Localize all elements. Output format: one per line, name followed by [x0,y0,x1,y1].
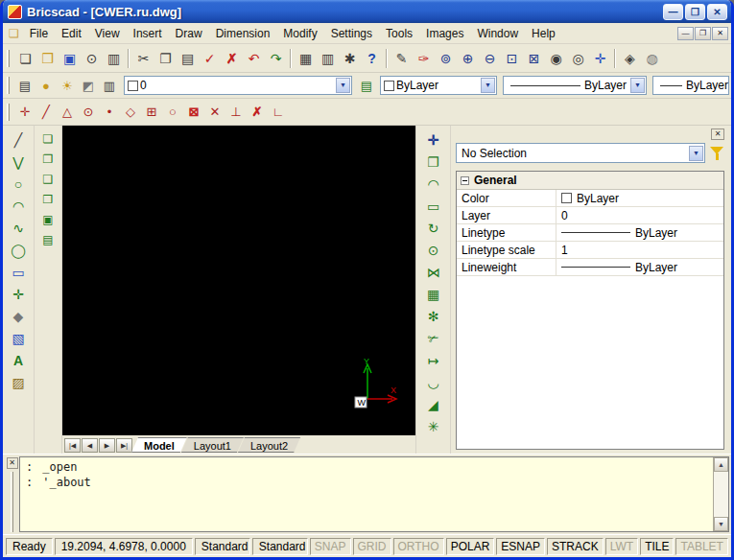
toggle-snap[interactable]: SNAP [310,538,351,555]
copy-button[interactable]: ❐ [154,48,177,69]
lineweight-combobox[interactable]: ByLayer [652,76,729,95]
draw-spline-button[interactable]: ∿ [8,218,30,239]
toggle-tile[interactable]: TILE [640,538,674,555]
menu-file[interactable]: File [23,25,55,42]
chevron-down-icon[interactable]: ▼ [689,146,703,161]
snap-perpendicular-button[interactable]: ⊥ [225,103,247,122]
scrollbar-track[interactable] [714,472,728,517]
menu-modify[interactable]: Modify [276,25,323,42]
draw-arc-button[interactable]: ◠ [8,196,30,217]
layer-freeze-button[interactable]: ☀ [57,76,78,95]
toggle-strack[interactable]: STRACK [547,538,604,555]
drawing-canvas[interactable]: Y X W [62,126,415,435]
chevron-down-icon[interactable]: ▼ [481,78,495,93]
layer-print-button[interactable]: ▥ [99,76,120,95]
tab-layout2[interactable]: Layout2 [238,437,300,453]
draw-text-button[interactable]: A [8,350,30,371]
stretch-button[interactable]: ▭ [422,196,444,217]
scale-button[interactable]: ⊙ [422,240,444,261]
properties-titlebar[interactable]: ✕ [456,128,724,140]
open-file-button[interactable]: ❒ [36,48,59,69]
menu-help[interactable]: Help [525,25,562,42]
snap-none-button[interactable]: ⊠ [183,103,204,122]
draw-polygon-button[interactable]: ◆ [8,306,30,327]
command-scrollbar[interactable]: ▲ ▼ [713,457,728,531]
toggle-tablet[interactable]: TABLET [675,538,727,555]
entity-properties-button[interactable]: ▦ [295,48,317,69]
toggle-lwt[interactable]: LWT [605,538,638,555]
trim-button[interactable]: ✃ [422,328,444,349]
snap-from-button[interactable]: ∟ [268,103,289,122]
zoom-window-button[interactable]: ⊡ [501,48,523,69]
bring-above-button[interactable]: ❑ [38,170,58,189]
color-combobox[interactable]: ByLayer ▼ [380,76,497,95]
command-window-grip[interactable]: ✕ [5,456,19,532]
menu-tools[interactable]: Tools [379,25,419,42]
menu-edit[interactable]: Edit [55,25,88,42]
chevron-down-icon[interactable]: ▼ [630,78,645,93]
property-value[interactable]: 1 [556,242,723,258]
save-button[interactable]: ▣ [59,48,81,69]
property-value[interactable]: ByLayer [556,224,723,241]
scroll-up-icon[interactable]: ▲ [714,457,728,472]
collapse-icon[interactable] [461,176,469,185]
undo-button[interactable]: ↶ [243,48,265,69]
status-text-style[interactable]: Standard [195,538,250,555]
match-properties-button[interactable]: ✓ [199,48,221,69]
print-preview-button[interactable]: ⊙ [81,48,103,69]
toggle-grid[interactable]: GRID [353,538,391,555]
pan-button[interactable]: ✛ [589,48,611,69]
render-button[interactable]: ◍ [641,48,663,69]
polar-array-button[interactable]: ✻ [422,306,444,327]
close-button[interactable]: ✕ [707,4,727,20]
chamfer-button[interactable]: ◢ [422,394,444,415]
zoom-out-button[interactable]: ⊖ [479,48,501,69]
draw-hatch-button[interactable]: ▨ [8,372,30,393]
draw-circle-button[interactable]: ○ [8,174,30,195]
linetype-combobox[interactable]: ByLayer ▼ [503,76,647,95]
snap-center-button[interactable]: ⊙ [78,103,99,122]
tab-model[interactable]: Model [131,437,187,453]
titlebar[interactable]: Bricscad - [CWER.ru.dwg] — ❐ ✕ [3,0,731,23]
quick-select-icon[interactable] [710,146,724,161]
redline-button[interactable]: ✑ [413,48,435,69]
ungroup-button[interactable]: ▤ [38,230,58,249]
view-button[interactable]: ◉ [545,48,567,69]
layers-manager-button[interactable]: ▤ [14,76,36,95]
menu-insert[interactable]: Insert [127,25,169,42]
extend-button[interactable]: ↦ [422,350,444,371]
command-drag-handle[interactable] [11,472,13,532]
send-below-button[interactable]: ❒ [38,190,58,209]
snap-node-button[interactable]: • [99,103,120,122]
draw-box-button[interactable]: ▧ [8,328,30,349]
tab-first-button[interactable]: |◀ [64,438,81,453]
zoom-previous-button[interactable]: ⊠ [523,48,545,69]
cut-button[interactable]: ✂ [132,48,154,69]
mdi-restore-button[interactable]: ❐ [695,27,711,40]
new-file-button[interactable]: ❏ [14,48,36,69]
general-section-header[interactable]: General [457,172,723,190]
tab-last-button[interactable]: ▶| [116,438,132,453]
draw-ellipse-button[interactable]: ◯ [8,240,30,261]
snap-endpoint-button[interactable]: ╱ [36,103,57,122]
selection-combobox[interactable]: No Selection ▼ [456,143,705,163]
menu-view[interactable]: View [88,25,127,42]
document-menu-icon[interactable]: ❏ [5,27,23,40]
mdi-minimize-button[interactable]: — [677,27,694,40]
layer-combobox[interactable]: 0 ▼ [124,76,352,95]
menu-dimension[interactable]: Dimension [209,25,277,42]
toolbar-grip[interactable] [7,104,10,121]
mdi-close-button[interactable]: ✕ [712,27,728,40]
snap-insertion-button[interactable]: ⊞ [141,103,162,122]
menu-window[interactable]: Window [470,25,525,42]
draw-order-button[interactable]: ▥ [317,48,339,69]
to-back-button[interactable]: ❐ [38,150,58,169]
fillet-button[interactable]: ◡ [422,372,444,393]
layer-lock-button[interactable]: ◩ [78,76,99,95]
menu-settings[interactable]: Settings [324,25,379,42]
group-button[interactable]: ▣ [38,210,58,229]
draw-rectangle-button[interactable]: ▭ [8,262,30,283]
status-dim-style[interactable]: Standard [252,538,308,555]
array-button[interactable]: ▦ [422,284,444,305]
toggle-ortho[interactable]: ORTHO [393,538,444,555]
